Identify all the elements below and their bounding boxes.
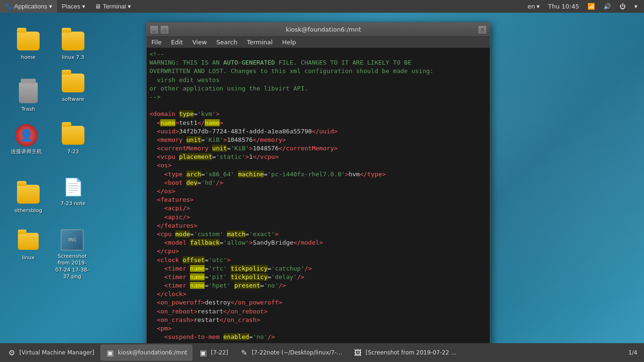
7-23-folder-icon: [62, 124, 84, 147]
terminal-menu[interactable]: 🖥 Terminal ▾: [90, 0, 136, 13]
language-selector[interactable]: en ▾: [525, 3, 543, 10]
taskbar-item-vmm[interactable]: ⚙ [Virtual Machine Manager]: [2, 345, 99, 361]
software-folder-icon: [62, 72, 84, 94]
screenshot-icon: PNG: [61, 229, 83, 251]
desktop-icon-screenshot[interactable]: PNG Screenshot from 2019-07-24 17-38-37.…: [51, 226, 93, 283]
taskbar-item-terminal[interactable]: ▣ kiosk@foundation6:/mnt: [100, 345, 192, 361]
network-icon[interactable]: 📶: [585, 3, 598, 10]
icon-label: 7-23 note: [60, 200, 85, 207]
terminal-icon: 🖥: [95, 3, 101, 10]
menu-edit[interactable]: Edit: [166, 37, 188, 48]
terminal-taskbar-icon: ▣: [106, 348, 115, 357]
desktop: home linux 7.3 Trash software 👤 连接讲师主机 7…: [0, 13, 644, 343]
taskbar-item-screenshot[interactable]: 🖼 [Screenshot from 2019-07-22 ...: [348, 345, 461, 361]
menu-terminal[interactable]: Terminal: [242, 37, 277, 48]
icon-label: othersblog: [15, 207, 42, 214]
othersblog-folder-icon: [17, 183, 40, 206]
power-icon[interactable]: ⏻: [617, 3, 628, 10]
taskbar-label: [Virtual Machine Manager]: [19, 349, 94, 356]
terminal-title: kiosk@foundation6:/mnt: [171, 26, 476, 33]
desktop-icon-software[interactable]: software: [54, 69, 92, 106]
taskbar: ⚙ [Virtual Machine Manager] ▣ kiosk@foun…: [0, 343, 644, 362]
trash-icon: [17, 82, 40, 104]
chevron-down-icon: ▾: [82, 3, 85, 10]
terminal-titlebar: _ □ kiosk@foundation6:/mnt ✕: [147, 23, 490, 37]
taskbar-label: [Screenshot from 2019-07-22 ...: [365, 349, 456, 356]
desktop-icon-linux73[interactable]: linux 7.3: [54, 27, 92, 64]
icon-label: 连接讲师主机: [11, 148, 42, 155]
page-indicator: 1/4: [624, 349, 642, 356]
terminal-text: <!-- WARNING: THIS IS AN AUTO-GENERATED …: [149, 50, 487, 341]
icon-label: 7-23: [67, 148, 79, 155]
icon-label: linux: [22, 255, 35, 261]
icon-label: software: [62, 96, 84, 103]
screenshot-thumbnail: PNG: [61, 230, 83, 250]
taskbar-label: [7-22]: [211, 349, 228, 356]
connect-icon: 👤: [15, 124, 38, 147]
chevron-down-icon: ▾: [537, 3, 540, 10]
applications-menu[interactable]: 🐾 Applications ▾: [0, 0, 57, 13]
taskbar-item-note[interactable]: ✎ [7-22note (~/Desktop/linux/7-...: [234, 345, 347, 361]
menu-file[interactable]: File: [147, 37, 166, 48]
desktop-icon-linux[interactable]: linux: [9, 227, 47, 264]
desktop-icon-trash[interactable]: Trash: [9, 79, 47, 115]
settings-chevron[interactable]: ▾: [631, 3, 640, 10]
terminal-content[interactable]: <!-- WARNING: THIS IS AN AUTO-GENERATED …: [147, 48, 490, 343]
vmm-icon: ⚙: [7, 348, 17, 357]
linux-folder-icon: [17, 230, 40, 253]
desktop-icon-othersblog[interactable]: othersblog: [9, 180, 47, 217]
minimize-button[interactable]: _: [150, 26, 158, 33]
volume-icon[interactable]: 🔊: [601, 3, 614, 10]
image-icon: 🖼: [353, 348, 363, 357]
topbar-right: en ▾ Thu 10:45 📶 🔊 ⏻ ▾: [525, 3, 644, 10]
terminal-window: _ □ kiosk@foundation6:/mnt ✕ File Edit V…: [146, 22, 490, 343]
terminal-menubar: File Edit View Search Terminal Help: [147, 37, 490, 48]
taskbar-label: [7-22note (~/Desktop/linux/7-...: [252, 349, 342, 356]
note-icon: ✎: [239, 348, 249, 357]
icon-label: home: [21, 54, 35, 61]
icon-label: Screenshot from 2019-07-24 17-38-37.png: [54, 253, 91, 280]
topbar: 🐾 Applications ▾ Places ▾ 🖥 Terminal ▾ e…: [0, 0, 644, 13]
menu-help[interactable]: Help: [277, 37, 301, 48]
desktop-icon-7-23-note[interactable]: 📄 7-23 note: [54, 173, 92, 210]
close-button[interactable]: ✕: [479, 26, 486, 33]
menu-view[interactable]: View: [188, 37, 212, 48]
clock: Thu 10:45: [545, 3, 582, 10]
topbar-left: 🐾 Applications ▾ Places ▾ 🖥 Terminal ▾: [0, 0, 136, 13]
desktop-icon-connect[interactable]: 👤 连接讲师主机: [8, 121, 45, 158]
taskbar-label: kiosk@foundation6:/mnt: [118, 349, 187, 356]
terminal-icon: ▣: [198, 348, 208, 357]
desktop-icon-7-23[interactable]: 7-23: [54, 121, 92, 158]
taskbar-right: 1/4: [624, 349, 642, 356]
icon-label: Trash: [21, 106, 35, 113]
places-menu[interactable]: Places ▾: [57, 0, 90, 13]
chevron-down-icon: ▾: [49, 3, 52, 10]
icon-label: linux 7.3: [62, 54, 84, 61]
chevron-down-icon: ▾: [128, 3, 131, 10]
maximize-button[interactable]: □: [161, 26, 168, 33]
note-icon: 📄: [62, 176, 84, 198]
desktop-icon-home[interactable]: home: [9, 27, 47, 64]
home-folder-icon: [17, 30, 40, 52]
taskbar-item-7-22[interactable]: ▣ [7-22]: [193, 345, 233, 361]
app-icon: 🐾: [5, 3, 12, 10]
linux73-folder-icon: [62, 30, 84, 52]
menu-search[interactable]: Search: [212, 37, 242, 48]
